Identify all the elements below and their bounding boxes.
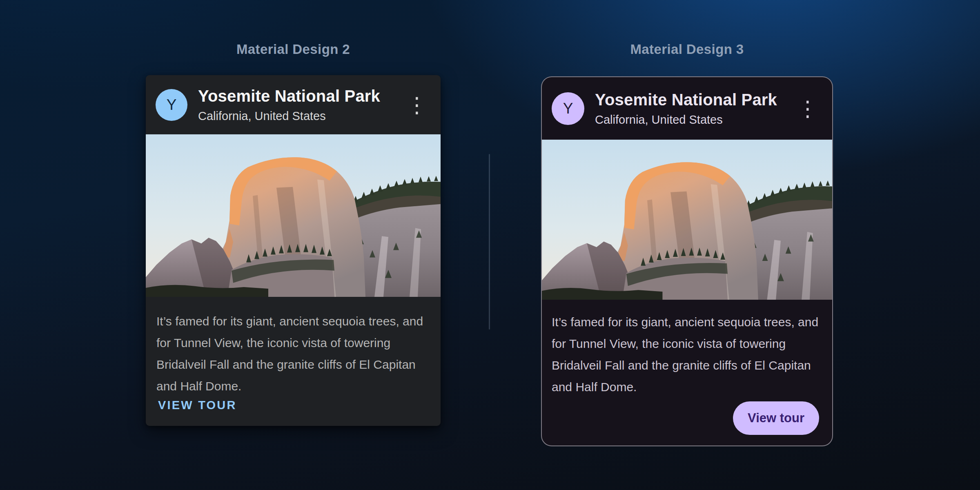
body-line: for Tunnel View, the iconic vista of tow…: [552, 333, 819, 354]
body-line: for Tunnel View, the iconic vista of tow…: [156, 332, 427, 354]
avatar: Y: [552, 92, 584, 125]
view-tour-button-md3[interactable]: View tour: [733, 401, 819, 435]
avatar: Y: [156, 89, 187, 121]
half-dome-photo-illustration: [146, 134, 441, 297]
card-header: Y Yosemite National Park California, Uni…: [146, 75, 441, 134]
column-label-md2: Material Design 2: [146, 41, 441, 58]
body-text: It’s famed for its giant, ancient sequoi…: [156, 310, 427, 397]
body-line: It’s famed for its giant, ancient sequoi…: [552, 311, 819, 333]
page-background: Material Design 2 Material Design 3 Y Yo…: [0, 0, 980, 490]
half-dome-photo-illustration: [542, 140, 832, 300]
card-header-text: Yosemite National Park California, Unite…: [595, 91, 777, 127]
card-md2: Y Yosemite National Park California, Uni…: [146, 75, 441, 426]
view-tour-button-md2[interactable]: VIEW TOUR: [154, 394, 241, 416]
avatar-letter: Y: [167, 96, 177, 114]
more-options-icon: ⋮: [406, 94, 428, 116]
column-label-md3: Material Design 3: [541, 41, 833, 58]
more-options-icon: ⋮: [797, 98, 818, 119]
body-line: Bridalveil Fall and the granite cliffs o…: [156, 354, 427, 375]
cards-divider: [489, 154, 490, 330]
body-line: Bridalveil Fall and the granite cliffs o…: [552, 354, 819, 376]
body-line: It’s famed for its giant, ancient sequoi…: [156, 310, 427, 332]
more-options-button[interactable]: ⋮: [405, 89, 428, 121]
more-options-button[interactable]: ⋮: [796, 92, 819, 125]
card-md3: Y Yosemite National Park California, Uni…: [541, 76, 833, 446]
card-header: Y Yosemite National Park California, Uni…: [542, 77, 832, 140]
body-line: and Half Dome.: [156, 375, 427, 397]
card-subtitle: California, United States: [595, 113, 777, 127]
card-header-text: Yosemite National Park California, Unite…: [198, 87, 380, 123]
card-photo: [542, 140, 832, 300]
body-line: and Half Dome.: [552, 376, 819, 398]
avatar-letter: Y: [563, 100, 573, 117]
card-photo: [146, 134, 441, 297]
card-title: Yosemite National Park: [595, 91, 777, 109]
card-title: Yosemite National Park: [198, 87, 380, 105]
body-text: It’s famed for its giant, ancient sequoi…: [552, 311, 819, 398]
card-subtitle: California, United States: [198, 109, 380, 123]
